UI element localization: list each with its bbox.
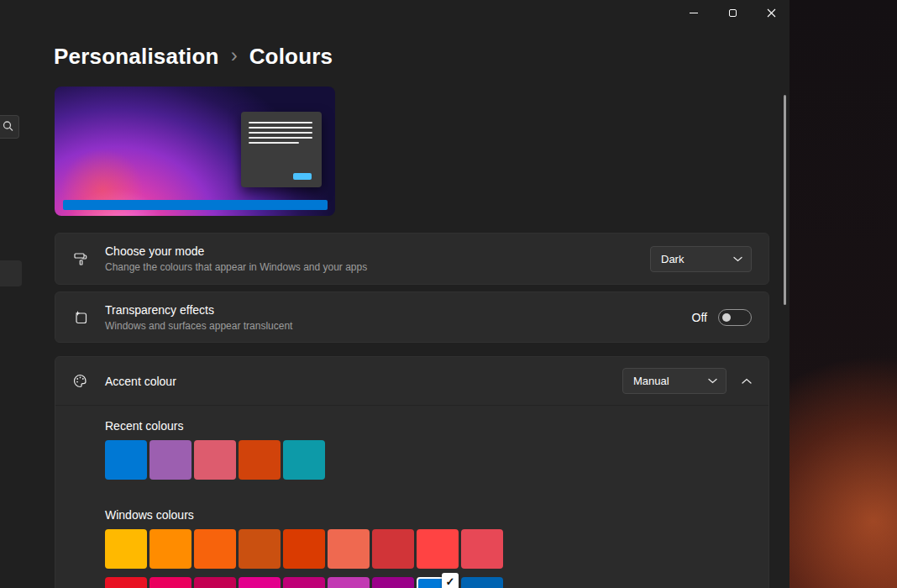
desktop-background xyxy=(789,0,897,588)
settings-window: Personalisation › Colours Choo xyxy=(0,0,789,588)
colour-swatch-orchid-light[interactable] xyxy=(328,577,370,588)
breadcrumb-personalisation[interactable]: Personalisation xyxy=(54,44,219,70)
colour-swatch-teal[interactable] xyxy=(283,440,325,480)
colour-swatch-orange-red[interactable] xyxy=(239,440,281,480)
minimize-icon xyxy=(690,13,698,13)
preview-text-line xyxy=(249,132,312,134)
mode-dropdown[interactable]: Dark xyxy=(650,246,752,272)
accent-expander-collapse[interactable] xyxy=(742,378,752,385)
minimize-button[interactable] xyxy=(674,0,713,25)
choose-mode-subtitle: Change the colours that appear in Window… xyxy=(105,261,650,273)
palette-icon xyxy=(72,373,88,389)
page-title: Colours xyxy=(249,44,333,70)
setting-group-accent-colour: Accent colour Manual Recent colours Wind… xyxy=(55,356,769,588)
colour-swatch-orange-dark[interactable] xyxy=(239,529,281,569)
preview-text-line xyxy=(249,142,299,144)
preview-accent-button xyxy=(293,173,312,180)
recent-colours-grid xyxy=(105,440,768,480)
colour-swatch-pale-rust[interactable] xyxy=(328,529,370,569)
setting-row-transparency: Transparency effects Windows and surface… xyxy=(55,291,769,343)
colour-swatch-default-blue[interactable]: ✓ xyxy=(417,577,459,588)
theme-preview xyxy=(55,87,335,216)
screen: { "breadcrumb": { "parent": "Personalisa… xyxy=(0,0,897,588)
colour-swatch-orchid[interactable] xyxy=(372,577,414,588)
colour-swatch-navy-blue[interactable] xyxy=(461,577,503,588)
colour-swatch-mod-red[interactable] xyxy=(417,529,459,569)
accent-colour-dropdown[interactable]: Manual xyxy=(622,368,727,394)
preview-text-line xyxy=(249,127,312,129)
maximize-icon xyxy=(729,9,737,17)
transparency-title: Transparency effects xyxy=(105,303,692,317)
chevron-up-icon xyxy=(742,378,752,385)
maximize-button[interactable] xyxy=(713,0,752,25)
close-button[interactable] xyxy=(753,0,789,25)
colour-swatch-orange-bright[interactable] xyxy=(194,529,236,569)
colour-swatch-red[interactable] xyxy=(105,577,147,588)
colour-swatch-plum-light[interactable] xyxy=(239,577,281,588)
colour-swatch-pale-red[interactable] xyxy=(461,529,503,569)
choose-mode-title: Choose your mode xyxy=(105,244,650,258)
chevron-down-icon xyxy=(708,378,717,384)
colour-swatch-blue[interactable] xyxy=(105,440,147,480)
transparency-toggle[interactable] xyxy=(718,309,752,326)
recent-colours-label: Recent colours xyxy=(105,419,768,433)
preview-text-line xyxy=(249,122,312,123)
colour-swatch-gold[interactable] xyxy=(150,529,191,569)
preview-text-line xyxy=(249,137,312,139)
colour-swatch-purple[interactable] xyxy=(150,440,191,480)
accent-colour-title: Accent colour xyxy=(105,375,622,388)
preview-sample-window xyxy=(241,112,322,187)
colour-swatch-rose-dark[interactable] xyxy=(194,577,236,588)
mode-dropdown-value: Dark xyxy=(661,253,684,265)
transparency-icon xyxy=(73,310,88,325)
breadcrumb: Personalisation › Colours xyxy=(54,44,333,70)
windows-colours-row1 xyxy=(105,529,768,569)
transparency-toggle-label: Off xyxy=(692,311,707,324)
sidebar-selected-item[interactable] xyxy=(0,260,22,286)
vertical-scrollbar[interactable] xyxy=(784,95,786,305)
accent-colour-dropdown-value: Manual xyxy=(633,375,669,387)
transparency-subtitle: Windows and surfaces appear translucent xyxy=(105,320,692,332)
accent-colour-body: Recent colours Windows colours ✓ xyxy=(55,405,768,588)
preview-accent-bar xyxy=(63,200,328,210)
sidebar-search-box[interactable] xyxy=(0,115,19,139)
close-icon xyxy=(767,8,776,18)
colour-swatch-rose-bright[interactable] xyxy=(150,577,191,588)
mode-paint-icon xyxy=(73,251,88,266)
colour-swatch-rust[interactable] xyxy=(283,529,325,569)
breadcrumb-separator-icon: › xyxy=(231,44,238,67)
toggle-knob xyxy=(722,313,731,322)
colour-swatch-rose[interactable] xyxy=(194,440,236,480)
search-icon xyxy=(2,120,14,133)
colour-swatch-plum[interactable] xyxy=(283,577,325,588)
setting-row-choose-mode: Choose your mode Change the colours that… xyxy=(55,233,769,285)
colour-swatch-brick-red[interactable] xyxy=(372,529,414,569)
windows-colours-label: Windows colours xyxy=(105,508,768,522)
colour-swatch-yellow-gold[interactable] xyxy=(105,529,147,569)
accent-colour-header[interactable]: Accent colour Manual xyxy=(55,357,768,405)
chevron-down-icon xyxy=(733,256,742,262)
selected-colour-check-icon: ✓ xyxy=(442,573,459,588)
windows-colours-row2: ✓ xyxy=(105,577,768,588)
